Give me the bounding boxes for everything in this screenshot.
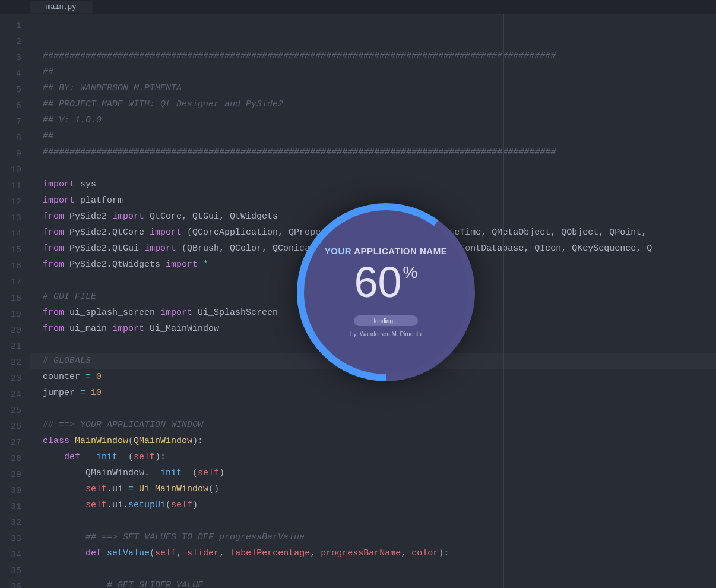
tab-bar: main.py	[0, 0, 716, 14]
line-number: 16	[0, 258, 30, 274]
line-number: 25	[0, 403, 30, 419]
line-number: 12	[0, 194, 30, 210]
line-number: 3	[0, 50, 30, 66]
line-number-gutter: 1234567891011121314151617181920212223242…	[0, 14, 30, 588]
line-number: 13	[0, 210, 30, 226]
code-line[interactable]	[43, 561, 716, 577]
line-number: 29	[0, 467, 30, 483]
line-number: 15	[0, 242, 30, 258]
line-number: 2	[0, 34, 30, 50]
code-line[interactable]: ##	[43, 64, 716, 80]
line-number: 20	[0, 323, 30, 339]
line-number: 21	[0, 339, 30, 355]
line-number: 34	[0, 547, 30, 563]
code-line[interactable]: ## ==> SET VALUES TO DEF progressBarValu…	[43, 529, 716, 545]
splash-percent-value: 60	[354, 261, 402, 304]
line-number: 33	[0, 531, 30, 547]
code-line[interactable]: ## ==> YOUR APPLICATION WINDOW	[43, 417, 716, 433]
line-number: 18	[0, 290, 30, 306]
code-line[interactable]: ## PROJECT MADE WITH: Qt Designer and Py…	[43, 96, 716, 112]
line-number: 8	[0, 130, 30, 146]
code-line[interactable]: class MainWindow(QMainWindow):	[43, 433, 716, 449]
code-line[interactable]: jumper = 10	[43, 385, 716, 401]
line-number: 32	[0, 515, 30, 531]
line-number: 14	[0, 226, 30, 242]
code-line[interactable]: ## BY: WANDERSON M.PIMENTA	[43, 80, 716, 96]
code-line[interactable]: ## V: 1.0.0	[43, 112, 716, 128]
line-number: 30	[0, 483, 30, 499]
line-number: 36	[0, 579, 30, 588]
tab-main-py[interactable]: main.py	[30, 1, 93, 13]
line-number: 4	[0, 66, 30, 82]
line-number: 26	[0, 419, 30, 435]
splash-inner: YOUR APPLICATION NAME 60% loading... by:…	[304, 210, 468, 374]
line-number: 35	[0, 563, 30, 579]
code-line[interactable]: self.ui = Ui_MainWindow()	[43, 481, 716, 497]
code-line[interactable]	[43, 513, 716, 529]
splash-brand: YOUR	[325, 246, 351, 256]
line-number: 19	[0, 306, 30, 323]
code-line[interactable]: def setValue(self, slider, labelPercenta…	[43, 545, 716, 561]
loading-bar: loading...	[354, 315, 418, 326]
line-number: 28	[0, 451, 30, 467]
code-line[interactable]: ########################################…	[43, 144, 716, 160]
splash-screen: YOUR APPLICATION NAME 60% loading... by:…	[297, 203, 475, 381]
code-line[interactable]: ########################################…	[43, 48, 716, 64]
splash-title-rest: APPLICATION NAME	[351, 246, 447, 256]
code-line[interactable]: QMainWindow.__init__(self)	[43, 465, 716, 481]
code-line[interactable]: # GET SLIDER VALUE	[43, 577, 716, 588]
code-line[interactable]	[43, 401, 716, 417]
percent-symbol-icon: %	[403, 264, 418, 281]
line-number: 27	[0, 435, 30, 451]
line-number: 6	[0, 98, 30, 114]
line-number: 10	[0, 162, 30, 178]
code-line[interactable]: self.ui.setupUi(self)	[43, 497, 716, 513]
line-number: 22	[0, 355, 30, 371]
line-number: 23	[0, 371, 30, 387]
line-number: 17	[0, 274, 30, 290]
splash-title: YOUR APPLICATION NAME	[325, 246, 447, 256]
line-number: 7	[0, 114, 30, 130]
code-line[interactable]: ##	[43, 128, 716, 144]
line-number: 9	[0, 146, 30, 162]
line-number: 24	[0, 387, 30, 403]
splash-percentage: 60%	[354, 261, 418, 304]
splash-credit: by: Wanderson M. Pimenta	[350, 331, 422, 337]
code-line[interactable]: def __init__(self):	[43, 449, 716, 465]
line-number: 11	[0, 178, 30, 194]
line-number: 1	[0, 18, 30, 34]
code-line[interactable]	[43, 160, 716, 176]
code-line[interactable]: import sys	[43, 176, 716, 192]
line-number: 5	[0, 82, 30, 98]
line-number: 31	[0, 499, 30, 515]
